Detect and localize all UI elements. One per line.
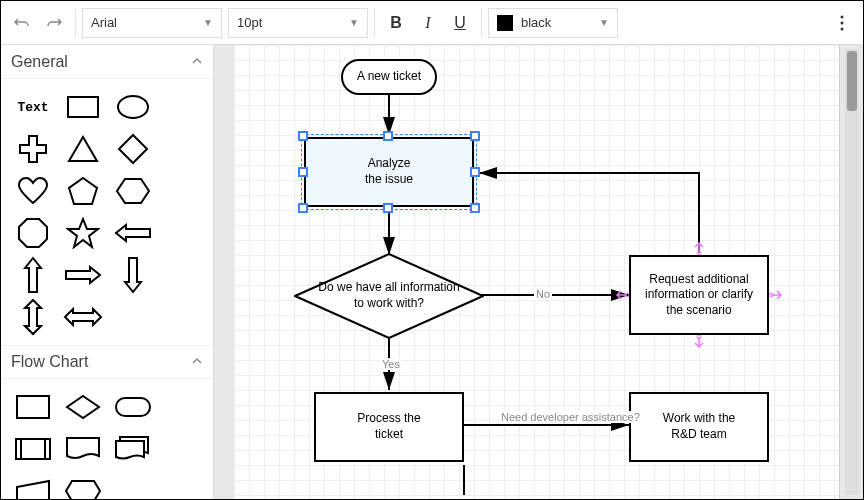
bold-button[interactable]: B xyxy=(381,8,411,38)
shape-heart[interactable] xyxy=(9,171,57,211)
font-select-value: Arial xyxy=(91,15,195,30)
connection-handle-icon[interactable] xyxy=(692,335,706,356)
resize-handle[interactable] xyxy=(298,167,308,177)
underline-button[interactable]: U xyxy=(445,8,475,38)
canvas-scroll[interactable]: A new ticket Analyze the issue xyxy=(214,45,863,499)
svg-point-1 xyxy=(841,21,844,24)
shape-cross[interactable] xyxy=(9,129,57,169)
canvas-wrap: A new ticket Analyze the issue xyxy=(214,45,863,499)
node-label: Analyze the issue xyxy=(365,156,413,187)
shape-fc-preparation[interactable] xyxy=(59,471,107,499)
node-label: Request additional information or clarif… xyxy=(645,272,753,319)
node-terminator[interactable]: A new ticket xyxy=(341,59,437,95)
sidebar: General Text Flow Chart xyxy=(1,45,214,499)
shape-rectangle[interactable] xyxy=(59,87,107,127)
shape-fc-decision[interactable] xyxy=(59,387,107,427)
scrollbar-thumb[interactable] xyxy=(847,51,857,111)
more-button[interactable] xyxy=(827,8,857,38)
node-label: Process the ticket xyxy=(357,411,420,442)
color-swatch xyxy=(497,15,513,31)
svg-point-4 xyxy=(118,96,148,118)
node-label: Work with the R&D team xyxy=(663,411,735,442)
shape-arrow-right[interactable] xyxy=(59,255,107,295)
shape-arrow-down[interactable] xyxy=(109,255,157,295)
svg-rect-6 xyxy=(116,398,150,416)
color-select[interactable]: black ▼ xyxy=(488,8,618,38)
shape-fc-document[interactable] xyxy=(59,429,107,469)
undo-button[interactable] xyxy=(7,8,37,38)
right-gutter xyxy=(839,45,863,499)
shape-fc-terminator[interactable] xyxy=(109,387,157,427)
shape-triangle[interactable] xyxy=(59,129,107,169)
shape-text[interactable]: Text xyxy=(9,87,57,127)
shape-pentagon[interactable] xyxy=(59,171,107,211)
connection-handle-icon[interactable] xyxy=(692,237,706,258)
shape-fc-process[interactable] xyxy=(9,387,57,427)
resize-handle[interactable] xyxy=(470,131,480,141)
svg-rect-3 xyxy=(68,97,98,117)
resize-handle[interactable] xyxy=(383,131,393,141)
section-header-general[interactable]: General xyxy=(1,45,213,79)
size-select-value: 10pt xyxy=(237,15,341,30)
shape-diamond[interactable] xyxy=(109,129,157,169)
node-process-selected[interactable]: Analyze the issue xyxy=(304,137,474,207)
edge-label: No xyxy=(534,288,552,300)
chevron-down-icon: ▼ xyxy=(599,17,609,28)
connection-handle-icon[interactable] xyxy=(611,288,629,305)
shapes-grid-flowchart xyxy=(1,379,213,499)
node-label: A new ticket xyxy=(357,69,421,85)
node-label: Do we have all information to work with? xyxy=(294,253,484,339)
svg-rect-5 xyxy=(17,396,49,418)
chevron-up-icon xyxy=(191,353,203,371)
resize-handle[interactable] xyxy=(383,203,393,213)
chevron-down-icon: ▼ xyxy=(203,17,213,28)
shape-fc-manualinput[interactable] xyxy=(9,471,57,499)
resize-handle[interactable] xyxy=(298,131,308,141)
shape-arrow-up[interactable] xyxy=(9,255,57,295)
redo-button[interactable] xyxy=(39,8,69,38)
section-title: General xyxy=(11,53,68,71)
color-select-value: black xyxy=(521,15,591,30)
section-header-flowchart[interactable]: Flow Chart xyxy=(1,345,213,379)
shape-fc-multidoc[interactable] xyxy=(109,429,157,469)
svg-point-2 xyxy=(841,27,844,30)
section-title: Flow Chart xyxy=(11,353,88,371)
size-select[interactable]: 10pt ▼ xyxy=(228,8,368,38)
svg-point-0 xyxy=(841,15,844,18)
node-process[interactable]: Process the ticket xyxy=(314,392,464,462)
chevron-down-icon: ▼ xyxy=(349,17,359,28)
edge-label: Need developer assistance? xyxy=(499,411,642,423)
shape-arrow-leftright[interactable] xyxy=(59,297,107,337)
node-process[interactable]: Work with the R&D team xyxy=(629,392,769,462)
shape-arrow-updown[interactable] xyxy=(9,297,57,337)
shape-octagon[interactable] xyxy=(9,213,57,253)
scrollbar-track[interactable] xyxy=(845,49,859,495)
canvas[interactable]: A new ticket Analyze the issue xyxy=(234,45,863,499)
resize-handle[interactable] xyxy=(470,203,480,213)
resize-handle[interactable] xyxy=(298,203,308,213)
shape-ellipse[interactable] xyxy=(109,87,157,127)
canvas-gutter xyxy=(214,45,234,499)
italic-button[interactable]: I xyxy=(413,8,443,38)
shape-arrow-left[interactable] xyxy=(109,213,157,253)
shape-fc-predefined[interactable] xyxy=(9,429,57,469)
toolbar: Arial ▼ 10pt ▼ B I U black ▼ xyxy=(1,1,863,45)
resize-handle[interactable] xyxy=(470,167,480,177)
font-select[interactable]: Arial ▼ xyxy=(82,8,222,38)
node-process[interactable]: Request additional information or clarif… xyxy=(629,255,769,335)
chevron-up-icon xyxy=(191,53,203,71)
shape-hexagon[interactable] xyxy=(109,171,157,211)
shapes-grid-general: Text xyxy=(1,79,213,345)
node-decision[interactable]: Do we have all information to work with? xyxy=(294,253,484,339)
connection-handle-icon[interactable] xyxy=(769,288,787,305)
edge-label: Yes xyxy=(380,358,402,370)
main: General Text Flow Chart xyxy=(1,45,863,499)
shape-star[interactable] xyxy=(59,213,107,253)
